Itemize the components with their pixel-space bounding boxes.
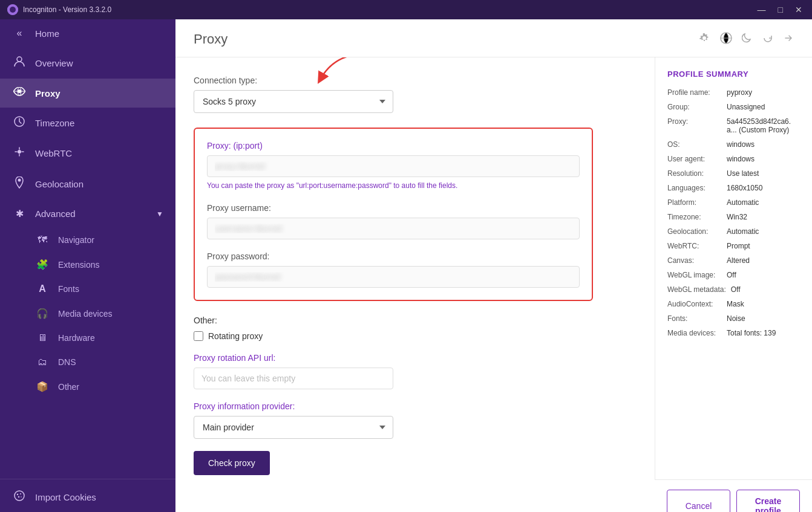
proxy-username-input[interactable] <box>207 218 580 239</box>
home-icon: « <box>12 28 27 39</box>
other-section: Other: Rotating proxy <box>194 316 637 341</box>
moon-icon[interactable] <box>742 33 753 47</box>
sidebar-item-advanced[interactable]: ✱ Advanced ▼ <box>0 199 175 228</box>
summary-key-13: WebGL metadata: <box>667 285 726 294</box>
rotating-proxy-label[interactable]: Rotating proxy <box>208 331 263 341</box>
sidebar-sub-label: Hardware <box>58 333 95 343</box>
sidebar-item-navigator[interactable]: 🗺 Navigator <box>0 228 175 252</box>
summary-val-11: Altered <box>727 256 750 265</box>
main-content: Connection type: No proxyHTTP proxyHTTPS… <box>175 57 655 512</box>
summary-key-4: User agent: <box>667 155 722 163</box>
summary-key-11: Canvas: <box>667 256 722 265</box>
sidebar-item-home[interactable]: « Home <box>0 19 175 47</box>
proxy-password-input[interactable] <box>207 266 580 288</box>
cancel-button[interactable]: Cancel <box>667 490 730 512</box>
summary-val-0: pyproxy <box>727 88 752 97</box>
refresh-icon[interactable] <box>762 33 773 47</box>
svg-point-8 <box>15 491 24 501</box>
summary-row-3: OS: windows <box>667 140 800 149</box>
window-controls: — □ ✕ <box>755 5 805 15</box>
summary-key-7: Platform: <box>667 198 722 207</box>
proxy-username-label: Proxy username: <box>207 203 580 213</box>
sidebar-divider <box>0 479 175 479</box>
proxy-password-group: Proxy password: <box>207 251 580 288</box>
close-button[interactable]: ✕ <box>793 5 805 15</box>
rotating-proxy-row: Rotating proxy <box>194 331 637 341</box>
sidebar-sub-label: Other <box>58 382 79 392</box>
proxy-rotation-input[interactable] <box>194 368 393 389</box>
summary-val-10: Prompt <box>727 242 750 250</box>
connection-type-label: Connection type: <box>194 76 393 85</box>
connection-type-section: Connection type: No proxyHTTP proxyHTTPS… <box>194 76 393 113</box>
svg-point-9 <box>17 494 18 495</box>
sidebar-item-import-cookies[interactable]: Import Cookies <box>0 482 175 512</box>
chevron-down-icon: ▼ <box>156 210 163 218</box>
maximize-button[interactable]: □ <box>776 5 785 15</box>
summary-row-16: Media devices: Total fonts: 139 <box>667 329 800 337</box>
summary-key-1: Group: <box>667 103 722 111</box>
summary-key-5: Resolution: <box>667 169 722 178</box>
sidebar-item-label: Timezone <box>35 118 74 128</box>
summary-val-2: 5a445253d84f2ca6.a... (Custom Proxy) <box>727 117 800 134</box>
globe-icon[interactable] <box>720 32 732 47</box>
proxy-ip-input[interactable] <box>207 155 580 177</box>
app-title: Incogniton - Version 3.3.2.0 <box>23 5 755 14</box>
sidebar-item-label: Overview <box>35 58 73 68</box>
sidebar-item-fonts[interactable]: A Fonts <box>0 277 175 301</box>
connection-type-wrapper: No proxyHTTP proxyHTTPS proxySocks 4 pro… <box>194 90 393 113</box>
forward-icon[interactable] <box>783 33 794 47</box>
overview-icon <box>12 56 27 70</box>
sidebar-sub-label: Navigator <box>58 235 94 245</box>
summary-val-15: Noise <box>727 314 745 323</box>
webrtc-icon <box>12 146 27 160</box>
proxy-rotation-group: Proxy rotation API url: <box>194 353 637 389</box>
sidebar-item-label: Advanced <box>35 209 76 219</box>
proxy-section: Proxy: (ip:port) You can paste the proxy… <box>194 128 593 301</box>
summary-row-1: Group: Unassigned <box>667 103 800 111</box>
summary-row-15: Fonts: Noise <box>667 314 800 323</box>
media-devices-icon: 🎧 <box>35 308 50 319</box>
svg-point-10 <box>20 493 21 494</box>
svg-point-2 <box>17 57 22 62</box>
check-proxy-button[interactable]: Check proxy <box>194 451 270 475</box>
proxy-password-label: Proxy password: <box>207 251 580 261</box>
proxy-rotation-label: Proxy rotation API url: <box>194 353 637 363</box>
sidebar-item-other[interactable]: 📦 Other <box>0 374 175 399</box>
sidebar-item-timezone[interactable]: Timezone <box>0 108 175 138</box>
sidebar: « Home Overview Proxy Timezone Web <box>0 19 175 512</box>
cookies-icon <box>12 490 27 504</box>
summary-key-15: Fonts: <box>667 314 722 323</box>
summary-row-12: WebGL image: Off <box>667 271 800 279</box>
svg-point-11 <box>18 496 19 497</box>
sidebar-item-hardware[interactable]: 🖥 Hardware <box>0 326 175 350</box>
svg-point-1 <box>10 7 16 13</box>
page-title: Proxy <box>194 31 228 47</box>
sidebar-item-extensions[interactable]: 🧩 Extensions <box>0 252 175 277</box>
proxy-username-group: Proxy username: <box>207 203 580 239</box>
dns-icon: 🗂 <box>35 357 50 368</box>
extensions-icon: 🧩 <box>35 259 50 270</box>
summary-row-8: Timezone: Win32 <box>667 213 800 221</box>
summary-row-6: Languages: 1680x1050 <box>667 184 800 192</box>
proxy-info-provider-select[interactable]: Main providerAlternative provider <box>194 416 393 439</box>
summary-val-6: 1680x1050 <box>727 184 762 192</box>
sidebar-item-media-devices[interactable]: 🎧 Media devices <box>0 301 175 326</box>
sidebar-item-label: Geolocation <box>35 179 83 189</box>
other-label: Other: <box>194 316 637 325</box>
sidebar-item-overview[interactable]: Overview <box>0 47 175 79</box>
summary-val-3: windows <box>727 140 755 149</box>
proxy-info-provider-group: Proxy information provider: Main provide… <box>194 401 637 439</box>
minimize-button[interactable]: — <box>755 5 768 15</box>
summary-row-2: Proxy: 5a445253d84f2ca6.a... (Custom Pro… <box>667 117 800 134</box>
content-header: Proxy <box>175 19 812 57</box>
sidebar-item-dns[interactable]: 🗂 DNS <box>0 350 175 374</box>
sidebar-item-geolocation[interactable]: Geolocation <box>0 168 175 199</box>
timezone-icon <box>12 116 27 129</box>
connection-type-select[interactable]: No proxyHTTP proxyHTTPS proxySocks 4 pro… <box>194 90 393 113</box>
rotating-proxy-checkbox[interactable] <box>194 331 203 341</box>
sidebar-item-webrtc[interactable]: WebRTC <box>0 138 175 168</box>
sidebar-item-proxy[interactable]: Proxy <box>0 79 175 108</box>
settings-icon[interactable] <box>698 32 710 47</box>
summary-key-0: Profile name: <box>667 88 722 97</box>
create-profile-button[interactable]: Create profile <box>736 490 800 512</box>
